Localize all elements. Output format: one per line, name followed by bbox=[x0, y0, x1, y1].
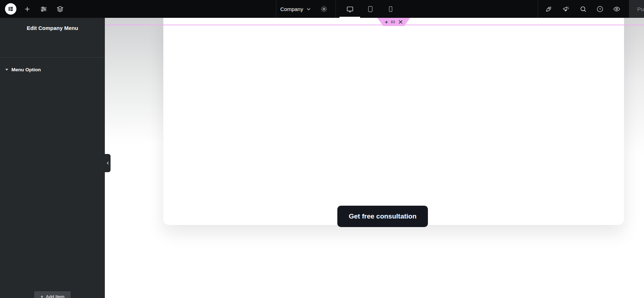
panel-title: Edit Company Menu bbox=[0, 18, 105, 38]
panel-collapse-toggle[interactable] bbox=[105, 154, 111, 172]
top-bar: Company ? Pu bbox=[0, 0, 644, 18]
topbar-divider bbox=[276, 0, 276, 18]
elementor-logo-icon[interactable] bbox=[5, 3, 16, 15]
selected-container-outline bbox=[105, 25, 644, 25]
panel-tabs bbox=[0, 38, 105, 55]
publish-button[interactable]: Pu bbox=[629, 0, 644, 18]
canvas-background-left bbox=[105, 18, 163, 150]
plus-icon: + bbox=[40, 294, 43, 298]
site-settings-icon[interactable] bbox=[39, 5, 48, 13]
section-title: Menu Option bbox=[11, 67, 41, 72]
structure-icon[interactable] bbox=[56, 5, 64, 13]
divider bbox=[0, 57, 105, 58]
page-settings-gear-icon[interactable] bbox=[320, 5, 328, 13]
editor-panel: Edit Company Menu Menu Option + Add Item bbox=[0, 18, 105, 298]
close-container-icon[interactable] bbox=[399, 20, 403, 24]
consultation-cta-button[interactable]: Get free consultation bbox=[337, 206, 428, 227]
svg-text:?: ? bbox=[599, 7, 600, 11]
add-item-button[interactable]: + Add Item bbox=[34, 291, 71, 298]
topbar-divider bbox=[538, 0, 538, 18]
whats-new-megaphone-icon[interactable] bbox=[562, 5, 570, 13]
add-container-icon[interactable]: + bbox=[385, 19, 388, 25]
canvas-background-right bbox=[624, 18, 644, 171]
topbar-divider bbox=[336, 0, 336, 18]
desktop-icon[interactable] bbox=[346, 5, 354, 13]
drag-handle-icon[interactable] bbox=[391, 21, 395, 24]
caret-down-icon bbox=[5, 69, 8, 71]
document-title: Company bbox=[280, 6, 303, 12]
add-element-icon[interactable] bbox=[23, 5, 31, 13]
chevron-down-icon bbox=[306, 7, 311, 11]
mega-menu-preview[interactable]: Get free consultation Maverick Phoenix C… bbox=[163, 18, 624, 225]
document-switcher[interactable]: Company bbox=[280, 0, 311, 18]
checklist-rocket-icon[interactable] bbox=[544, 5, 553, 13]
mobile-icon[interactable] bbox=[386, 5, 395, 13]
preview-eye-icon[interactable] bbox=[612, 5, 621, 13]
elementor-editor: Company ? Pu Edit Company Menu Menu Opti… bbox=[0, 0, 644, 298]
help-icon[interactable]: ? bbox=[596, 5, 604, 13]
finder-search-icon[interactable] bbox=[579, 5, 587, 13]
tablet-icon[interactable] bbox=[366, 5, 374, 13]
publish-label: Pu bbox=[637, 6, 644, 12]
active-device-indicator bbox=[339, 17, 360, 18]
menu-option-section-toggle[interactable]: Menu Option bbox=[5, 67, 41, 72]
